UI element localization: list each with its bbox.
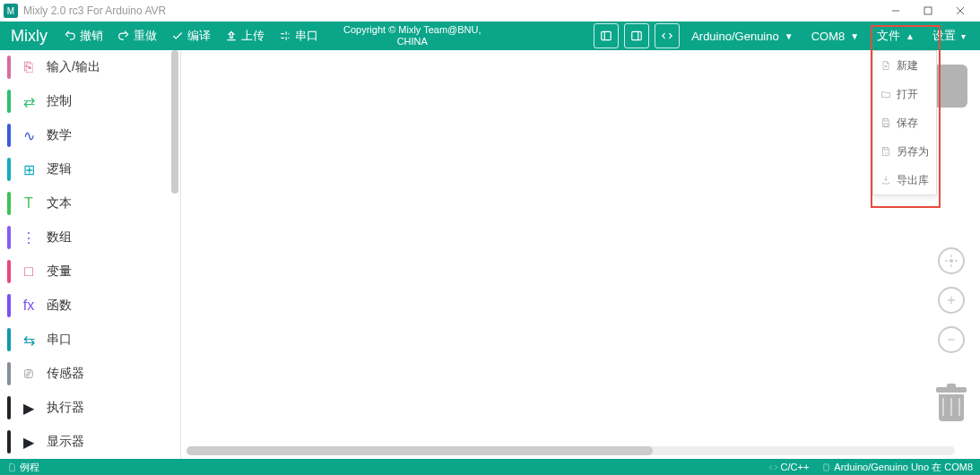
status-lang: C/C++ (768, 462, 810, 473)
category-item[interactable]: ⎘ 输入/输出 (0, 50, 180, 84)
trash-button[interactable] (936, 387, 967, 423)
workspace-canvas[interactable] (181, 50, 980, 459)
check-icon (171, 30, 184, 42)
minimize-button[interactable] (880, 0, 912, 22)
sidebar-scrollbar[interactable] (171, 50, 178, 459)
category-label: 函数 (47, 298, 72, 314)
main-toolbar: Mixly 撤销 重做 编译 上传 串口 Copyright © Mixly T… (0, 22, 980, 50)
canvas-h-scrollbar[interactable] (186, 446, 955, 455)
file-saveas-item[interactable]: 另存为 (873, 137, 936, 166)
category-label: 文本 (47, 195, 72, 212)
category-item[interactable]: ∿ 数学 (0, 118, 180, 152)
svg-point-3 (950, 259, 953, 263)
category-icon: T (20, 195, 38, 212)
category-icon: fx (20, 298, 38, 314)
category-item[interactable]: ⋮ 数组 (0, 220, 180, 255)
category-sidebar: ⎘ 输入/输出 ⇄ 控制 ∿ 数学 ⊞ 逻辑 T 文本 ⋮ 数组 □ 变量 fx… (0, 50, 181, 459)
category-item[interactable]: ⇄ 控制 (0, 84, 180, 118)
file-new-item[interactable]: 新建 (873, 51, 936, 80)
svg-rect-4 (824, 464, 829, 471)
upload-button[interactable]: 上传 (218, 22, 272, 50)
category-icon: ▶ (20, 400, 38, 417)
file-menu-button[interactable]: 文件 ▲ (868, 28, 924, 44)
category-icon: ⎚ (20, 366, 38, 382)
zoom-out-button[interactable] (938, 326, 965, 353)
svg-rect-1 (602, 31, 611, 39)
status-example[interactable]: 例程 (20, 461, 39, 474)
chevron-down-icon: ▼ (785, 31, 794, 41)
serial-icon (279, 30, 291, 42)
layout-left-button[interactable] (594, 23, 619, 48)
save-as-icon (880, 146, 891, 157)
svg-point-5 (826, 465, 827, 466)
file-export-item[interactable]: 导出库 (873, 166, 936, 194)
chevron-down-icon: ▼ (850, 31, 859, 41)
board-select[interactable]: Arduino/Genuino ▼ (682, 30, 802, 43)
category-item[interactable]: ⇆ 串口 (0, 323, 180, 357)
port-select[interactable]: COM8 ▼ (802, 30, 868, 43)
compile-button[interactable]: 编译 (164, 22, 218, 50)
puzzle-icon[interactable] (933, 65, 969, 111)
category-label: 控制 (47, 93, 72, 109)
file-save-item[interactable]: 保存 (873, 108, 936, 137)
category-item[interactable]: T 文本 (0, 186, 180, 220)
undo-button[interactable]: 撤销 (56, 22, 110, 50)
category-item[interactable]: □ 变量 (0, 255, 180, 289)
category-icon: □ (20, 263, 38, 280)
file-dropdown: 新建 打开 保存 另存为 导出库 (872, 50, 937, 195)
zoom-in-button[interactable] (938, 287, 965, 314)
redo-icon (117, 30, 130, 42)
folder-icon (880, 89, 891, 99)
category-label: 数组 (47, 229, 72, 246)
category-icon: ∿ (20, 127, 38, 144)
chevron-up-icon: ▲ (906, 31, 915, 41)
app-logo: Mixly (11, 27, 48, 46)
app-icon: M (4, 4, 18, 18)
category-icon: ⇆ (20, 332, 38, 349)
redo-button[interactable]: 重做 (110, 22, 164, 50)
undo-icon (64, 30, 76, 42)
svg-rect-0 (924, 7, 932, 14)
category-label: 显示器 (47, 434, 84, 450)
layout-right-button[interactable] (624, 23, 649, 48)
save-icon (880, 117, 891, 128)
category-item[interactable]: fx 函数 (0, 289, 180, 323)
settings-menu-button[interactable]: 设置 ▾ (924, 28, 975, 44)
copyright-text: Copyright © Mixly Team@BNU, CHINA (343, 24, 481, 48)
close-button[interactable] (944, 0, 976, 22)
category-item[interactable]: ▶ 执行器 (0, 391, 180, 425)
category-icon: ⊞ (20, 161, 38, 178)
category-label: 串口 (47, 332, 72, 348)
category-label: 变量 (47, 263, 72, 280)
file-icon (7, 462, 17, 472)
window-title: Mixly 2.0 rc3 For Arduino AVR (23, 4, 166, 17)
serial-button[interactable]: 串口 (272, 22, 325, 50)
center-button[interactable] (938, 247, 965, 274)
category-label: 输入/输出 (47, 59, 100, 75)
upload-icon (225, 30, 238, 42)
code-view-button[interactable] (655, 23, 680, 48)
category-item[interactable]: ⎚ 传感器 (0, 357, 180, 391)
file-open-item[interactable]: 打开 (873, 80, 936, 108)
category-icon: ⇄ (20, 93, 38, 110)
svg-rect-2 (632, 31, 642, 39)
category-label: 执行器 (47, 400, 84, 416)
title-bar: M Mixly 2.0 rc3 For Arduino AVR (0, 0, 980, 22)
status-board: Arduino/Genuino Uno 在 COM8 (821, 461, 973, 474)
category-item[interactable]: ▶ 显示器 (0, 425, 180, 459)
maximize-button[interactable] (912, 0, 944, 22)
category-label: 传感器 (47, 366, 84, 382)
export-icon (880, 175, 891, 186)
category-icon: ▶ (20, 434, 38, 451)
category-icon: ⎘ (20, 59, 38, 75)
category-item[interactable]: ⊞ 逻辑 (0, 152, 180, 186)
category-icon: ⋮ (20, 229, 38, 246)
chevron-down-icon: ▾ (961, 31, 966, 41)
category-label: 数学 (47, 127, 72, 143)
new-file-icon (880, 60, 891, 71)
category-label: 逻辑 (47, 161, 72, 177)
status-bar: 例程 C/C++ Arduino/Genuino Uno 在 COM8 (0, 459, 980, 475)
